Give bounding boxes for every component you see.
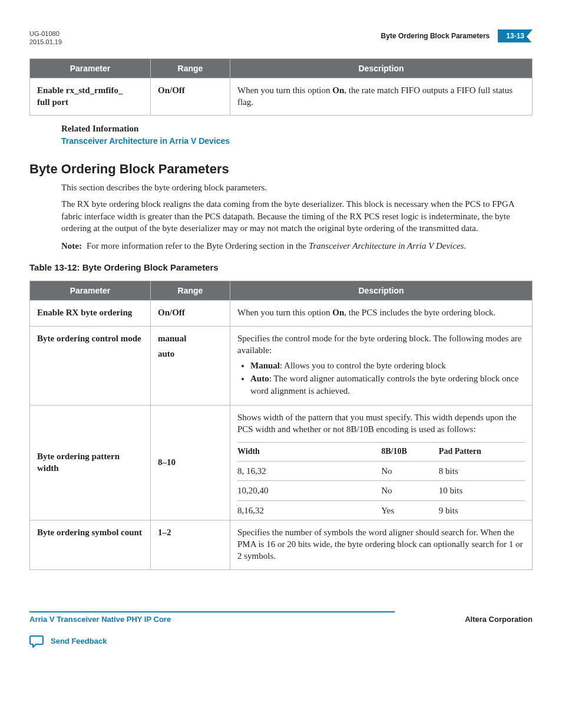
- col-range: Range: [151, 281, 230, 301]
- note-text: For more information refer to the Byte O…: [87, 240, 533, 252]
- page-footer: Arria V Transceiver Native PHY IP Core A…: [29, 611, 533, 624]
- table-row: Byte ordering symbol count 1–2 Specifies…: [30, 520, 533, 569]
- param-cell: Enable rx_std_rmfifo_ full port: [30, 78, 151, 116]
- range-cell: 1–2: [151, 520, 230, 569]
- related-info-label: Related Information: [61, 124, 533, 134]
- param-cell: Byte ordering symbol count: [30, 520, 151, 569]
- intro-para-2: The RX byte ordering block realigns the …: [61, 198, 533, 234]
- param-cell: Enable RX byte ordering: [30, 301, 151, 326]
- table-rmfifo: Parameter Range Description Enable rx_st…: [29, 58, 533, 116]
- page-header: UG-01080 2015.01.19 Byte Ordering Block …: [29, 29, 533, 47]
- table-row: Byte ordering control mode manual auto S…: [30, 326, 533, 405]
- list-item: Auto: The word aligner automatically con…: [250, 373, 525, 397]
- header-section-title: Byte Ordering Block Parameters: [381, 32, 490, 40]
- range-cell: On/Off: [151, 301, 230, 326]
- doc-date: 2015.01.19: [29, 38, 62, 46]
- list-item: Manual: Allows you to control the byte o…: [250, 360, 525, 371]
- table-byte-ordering: Parameter Range Description Enable RX by…: [29, 281, 533, 569]
- desc-cell: When you turn this option On, the PCS in…: [230, 301, 533, 326]
- table-row: Enable rx_std_rmfifo_ full port On/Off W…: [30, 78, 533, 116]
- inner-col-pad: Pad Pattern: [433, 443, 525, 462]
- intro-para-1: This section describes the byte ordering…: [61, 182, 533, 193]
- range-cell: manual auto: [151, 326, 230, 405]
- desc-cell: Specifies the control mode for the byte …: [230, 326, 533, 405]
- desc-cell: When you turn this option On, the rate m…: [230, 78, 533, 116]
- param-cell: Byte ordering pattern width: [30, 405, 151, 520]
- col-parameter: Parameter: [30, 58, 151, 78]
- send-feedback-link[interactable]: Send Feedback: [51, 637, 107, 645]
- desc-cell: Shows width of the pattern that you must…: [230, 405, 533, 520]
- range-cell: 8–10: [151, 405, 230, 520]
- inner-row: 8,16,32 Yes 9 bits: [237, 500, 525, 520]
- footer-right: Altera Corporation: [465, 612, 533, 624]
- feedback-row: Send Feedback: [29, 634, 533, 648]
- table-caption: Table 13-12: Byte Ordering Block Paramet…: [29, 262, 533, 272]
- col-description: Description: [230, 281, 533, 301]
- note: Note: For more information refer to the …: [61, 240, 533, 252]
- range-cell: On/Off: [151, 78, 230, 116]
- col-parameter: Parameter: [30, 281, 151, 301]
- inner-row: 10,20,40 No 10 bits: [237, 481, 525, 500]
- desc-list: Manual: Allows you to control the byte o…: [237, 360, 525, 397]
- inner-col-width: Width: [237, 443, 375, 462]
- page-number-tab: 13-13: [498, 29, 533, 42]
- table-row: Byte ordering pattern width 8–10 Shows w…: [30, 405, 533, 520]
- note-label: Note:: [61, 240, 82, 252]
- feedback-icon: [29, 634, 45, 648]
- desc-cell: Specifies the number of symbols the word…: [230, 520, 533, 569]
- doc-id: UG-01080: [29, 29, 62, 38]
- col-range: Range: [151, 58, 230, 78]
- table-row: Enable RX byte ordering On/Off When you …: [30, 301, 533, 326]
- header-doc-meta: UG-01080 2015.01.19: [29, 29, 62, 47]
- footer-left: Arria V Transceiver Native PHY IP Core: [29, 611, 395, 624]
- inner-row: 8, 16,32 No 8 bits: [237, 462, 525, 481]
- param-cell: Byte ordering control mode: [30, 326, 151, 405]
- header-right: Byte Ordering Block Parameters 13-13: [381, 29, 533, 42]
- inner-col-8b10b: 8B/10B: [375, 443, 433, 462]
- section-heading: Byte Ordering Block Parameters: [29, 162, 533, 177]
- related-info-link[interactable]: Transceiver Architecture in Arria V Devi…: [61, 136, 230, 146]
- inner-table: Width 8B/10B Pad Pattern 8, 16,32 No 8 b…: [237, 442, 525, 520]
- col-description: Description: [230, 58, 533, 78]
